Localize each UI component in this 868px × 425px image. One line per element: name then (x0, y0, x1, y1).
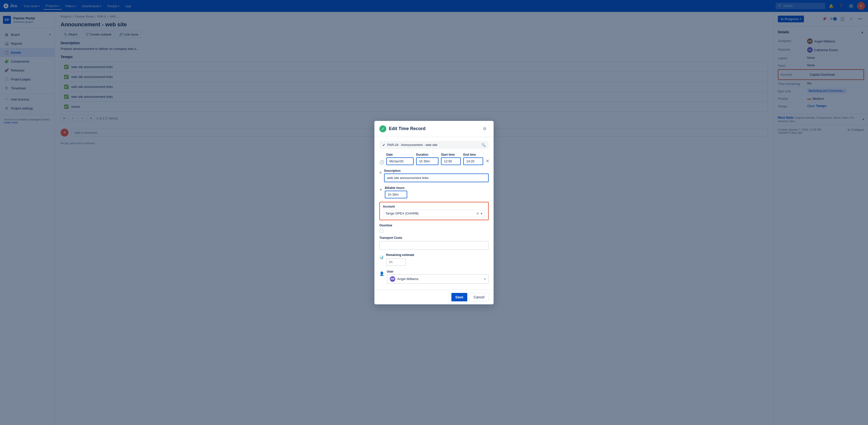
remaining-estimate-label: Remaining estimate (386, 253, 489, 257)
remaining-estimate-input[interactable] (386, 258, 406, 266)
overtime-section: Overtime (379, 224, 489, 233)
remaining-estimate-row: 📊 Remaining estimate (379, 253, 489, 266)
user-section: 👤 User AW Angel Williams ▾ (379, 269, 489, 284)
chevron-down-icon: ▾ (484, 277, 486, 281)
clear-end-time-button[interactable]: ✕ (484, 158, 491, 164)
user-label: User (387, 270, 394, 273)
modal-date-row: 🕐 Date Duration Start time (379, 153, 489, 165)
modal-task-text: PAR-24 · Announcement - web site (387, 143, 479, 147)
modal-body: ✔ PAR-24 · Announcement - web site 🔍 🕐 D… (374, 137, 494, 290)
transport-costs-section: Transport Costs (379, 236, 489, 250)
description-icon: ≡ (379, 171, 382, 175)
modal-check-icon: ✓ (379, 125, 386, 132)
billable-hours-input[interactable] (385, 191, 407, 199)
start-time-input[interactable] (441, 157, 461, 165)
modal-title: Edit Time Record (389, 126, 481, 131)
date-label: Date (386, 153, 414, 156)
start-time-label: Start time (441, 153, 461, 156)
end-time-input[interactable] (463, 157, 483, 165)
cancel-button[interactable]: Cancel (469, 293, 489, 301)
edit-time-record-modal: ✓ Edit Time Record ⚙ ✔ PAR-24 · Announce… (374, 121, 494, 304)
account-select[interactable]: Tango OPEX (CHARB) ✕ ▾ (383, 210, 485, 217)
date-input[interactable] (386, 157, 414, 165)
modal-search-icon[interactable]: 🔍 (482, 143, 486, 147)
duration-field-group: Duration (416, 153, 438, 165)
clock-icon: 🕐 (379, 160, 384, 164)
user-select-avatar: AW (390, 276, 395, 282)
user-select-text: Angel Williams (397, 277, 482, 281)
billable-hours-row: ✦ Billable hours (379, 186, 489, 199)
description-label: Description (384, 169, 401, 173)
date-field-group: Date (386, 153, 414, 165)
account-section-label: Account (383, 205, 485, 208)
end-time-label: End time (463, 153, 491, 156)
clear-account-icon[interactable]: ✕ (476, 212, 479, 215)
modal-footer: Save Cancel (374, 290, 494, 304)
modal-task-row: ✔ PAR-24 · Announcement - web site 🔍 (379, 141, 489, 149)
billable-hours-label: Billable hours (385, 186, 404, 190)
account-section: Account Tango OPEX (CHARB) ✕ ▾ (379, 202, 489, 220)
duration-label: Duration (416, 153, 438, 156)
duration-input[interactable] (416, 157, 438, 165)
modal-header: ✓ Edit Time Record ⚙ (374, 121, 494, 137)
start-time-field-group: Start time (441, 153, 461, 165)
end-time-field-group: End time ✕ (463, 153, 491, 165)
description-row: ≡ Description (379, 169, 489, 182)
modal-overlay[interactable]: ✓ Edit Time Record ⚙ ✔ PAR-24 · Announce… (0, 0, 868, 425)
remaining-estimate-icon: 📊 (379, 255, 383, 259)
billable-icon: ✦ (379, 188, 382, 192)
overtime-checkbox[interactable] (379, 229, 383, 233)
description-input[interactable] (384, 174, 489, 182)
user-select[interactable]: AW Angel Williams ▾ (387, 274, 489, 284)
transport-costs-input[interactable] (379, 241, 489, 250)
transport-costs-label: Transport Costs (379, 236, 489, 240)
modal-gear-button[interactable]: ⚙ (481, 125, 489, 133)
save-button[interactable]: Save (452, 293, 467, 301)
account-select-text: Tango OPEX (CHARB) (385, 212, 476, 215)
overtime-label: Overtime (379, 224, 489, 227)
task-icon: ✔ (382, 143, 385, 147)
user-icon: 👤 (379, 271, 384, 276)
chevron-down-icon[interactable]: ▾ (481, 212, 483, 215)
